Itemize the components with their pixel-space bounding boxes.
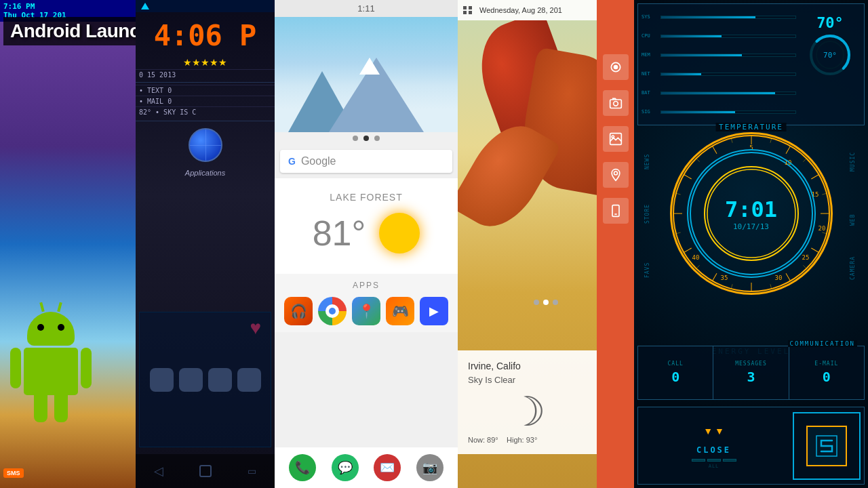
robot-torso (24, 348, 78, 395)
p5-messages-label: MESSAGES (735, 361, 767, 367)
globe-icon (189, 128, 222, 162)
robot-arm-left (10, 348, 21, 388)
right-label-camera[interactable]: CAMERA (850, 256, 856, 280)
p5-call-label: CALL (668, 361, 684, 367)
dock-phone[interactable]: 📞 (289, 454, 316, 481)
p4-now-temp: Now: 89° (468, 436, 498, 444)
mountain-snow (359, 58, 380, 75)
robot-antenna-left (39, 302, 44, 312)
p4-city: Irvine, Califo (468, 361, 587, 371)
p4-dot-3[interactable] (553, 300, 558, 305)
p3-apps-section: APPS 🎧 📍 🎮 ▶ (275, 274, 458, 332)
app-headphones[interactable]: 🎧 (284, 297, 313, 325)
p2-nav-home[interactable] (199, 465, 212, 477)
p5-call-item[interactable]: CALL 0 (638, 346, 713, 399)
p5-logo-svg (813, 432, 840, 460)
app-icon-3[interactable] (208, 368, 232, 392)
p5-bottom-left: ▼ ▼ CLOSE ALL (638, 415, 789, 476)
p5-email-value: 0 (823, 369, 831, 385)
p3-dot-2[interactable] (363, 136, 369, 141)
bar-row-2: CPU (642, 33, 796, 39)
app-chrome[interactable] (318, 297, 347, 325)
p2-nav-back[interactable]: ◁ (154, 464, 163, 479)
right-label-music[interactable]: MUSIC (850, 148, 856, 171)
p5-right-labels: MUSIC WEB CAMERA (841, 132, 865, 295)
svg-text:20: 20 (818, 225, 825, 232)
svg-line-26 (684, 175, 691, 180)
p5-temp-panel: SYS CPU MEM NET BAT (637, 3, 865, 125)
p2-status-bar (136, 0, 275, 12)
close-label: CLOSE (696, 445, 731, 455)
app-blue[interactable]: ▶ (420, 297, 448, 325)
grid-icon (463, 6, 473, 14)
right-label-web[interactable]: WEB (850, 202, 856, 226)
p5-status-indicators (645, 459, 783, 462)
svg-rect-7 (612, 205, 619, 217)
p2-bottom-nav: ◁ ▭ (136, 454, 275, 488)
p4-dot-1[interactable] (534, 300, 539, 305)
p5-email-label: E-MAIL (814, 361, 838, 367)
bar-row-6: SIG (642, 109, 796, 115)
svg-line-34 (731, 284, 732, 289)
dock-mail[interactable]: ✉️ (374, 454, 401, 481)
svg-point-3 (613, 102, 618, 106)
p2-date-num: 0 15 2013 (136, 69, 275, 80)
svg-line-27 (712, 146, 717, 153)
p3-dock: 📞 💬 ✉️ 📷 (275, 447, 458, 488)
p3-page-dots (275, 132, 458, 144)
p5-comm-panel: COMMUNICATION CALL 0 MESSAGES 3 E-MAIL 0 (637, 346, 865, 400)
sidebar-btn-location[interactable] (603, 162, 629, 188)
p5-email-item[interactable]: E-MAIL 0 (789, 346, 864, 399)
svg-line-35 (696, 265, 699, 268)
p4-dot-2[interactable] (543, 300, 549, 305)
p3-google-search[interactable]: G Google (280, 150, 452, 173)
p2-stars: ★★★★★ (136, 56, 275, 69)
app-icon-4[interactable] (237, 368, 261, 392)
left-label-favs[interactable]: FAVS (644, 258, 650, 277)
sidebar-btn-camera[interactable] (603, 90, 629, 116)
app-puzzle[interactable]: 🎮 (386, 297, 414, 325)
wifi-icon (141, 3, 149, 9)
svg-line-37 (675, 193, 680, 195)
left-label-news[interactable]: NEWS (644, 149, 650, 169)
svg-line-17 (786, 146, 791, 153)
p5-clock-time: 7:01 (725, 197, 777, 222)
svg-line-24 (684, 248, 691, 253)
p5-messages-item[interactable]: MESSAGES 3 (713, 346, 789, 399)
robot-body (17, 312, 85, 393)
p4-date: Wednesday, Aug 28, 201 (479, 6, 562, 14)
p3-mountain-bg (275, 17, 458, 132)
robot-arm-right (81, 348, 92, 388)
svg-line-33 (770, 284, 771, 289)
robot-leg-left (34, 395, 47, 422)
page-title: Android Launchers (3, 17, 136, 45)
robot-eye-right (58, 324, 64, 331)
app-icon-1[interactable] (150, 368, 174, 392)
p2-nav-recent[interactable]: ▭ (248, 466, 256, 476)
p3-dot-3[interactable] (374, 136, 380, 141)
p5-bottom-text: ALL (645, 464, 783, 469)
app-icon-2[interactable] (179, 368, 203, 392)
sidebar-btn-camera-lens[interactable] (603, 54, 629, 80)
dock-camera[interactable]: 📷 (416, 454, 443, 481)
svg-line-20 (811, 248, 818, 253)
svg-line-21 (786, 273, 791, 281)
p3-dot-1[interactable] (353, 136, 358, 141)
p3-temperature: 81° (313, 213, 366, 253)
svg-line-23 (712, 273, 717, 281)
p4-weather-section: Irvine, Califo Sky Is Clear ☽ Now: 89° H… (458, 350, 597, 454)
dock-chat[interactable]: 💬 (332, 454, 359, 481)
panel-launcher-3: 1:11 G Google LAKE FOREST 81° (275, 0, 458, 488)
p5-close-btn[interactable]: CLOSE (645, 440, 783, 455)
p2-text-info: • TEXT 0 (136, 85, 275, 96)
sidebar-btn-phone[interactable] (603, 198, 629, 224)
android-robot-image (7, 312, 95, 434)
p5-gauge-inner-ring-1: 7:01 10/17/13 (687, 149, 816, 278)
left-label-store[interactable]: STORE (644, 203, 650, 223)
sun-icon (379, 213, 420, 253)
svg-line-31 (822, 232, 827, 234)
sidebar-btn-image[interactable] (603, 126, 629, 152)
app-maps[interactable]: 📍 (352, 297, 380, 325)
robot-leg-right (54, 395, 68, 422)
p3-location: LAKE FOREST (285, 192, 448, 203)
